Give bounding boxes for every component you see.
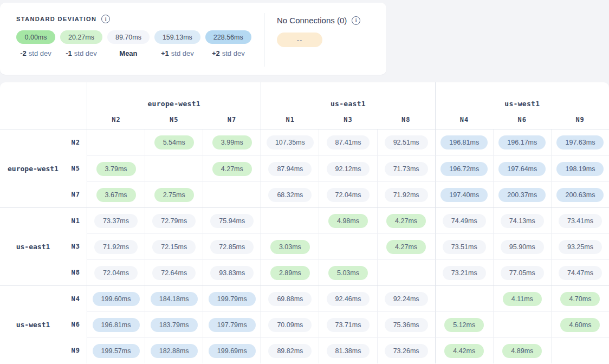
node-column-header-N6: N6 xyxy=(493,110,551,129)
latency-pill[interactable]: 92.46ms xyxy=(327,292,370,306)
latency-pill[interactable]: 3.99ms xyxy=(212,135,252,150)
latency-pill[interactable]: 75.36ms xyxy=(385,318,428,332)
latency-pill[interactable]: 73.37ms xyxy=(94,214,138,228)
latency-pill[interactable]: 5.12ms xyxy=(444,318,484,332)
latency-pill[interactable]: 87.41ms xyxy=(327,135,370,150)
legend-item: 159.13ms+1std dev xyxy=(154,30,200,57)
latency-pill[interactable]: 184.18ms xyxy=(151,292,198,306)
latency-pill[interactable]: 4.89ms xyxy=(502,344,542,358)
latency-pill[interactable]: 73.51ms xyxy=(443,240,486,254)
latency-pill[interactable]: 71.92ms xyxy=(94,240,138,254)
latency-pill[interactable]: 92.51ms xyxy=(385,135,428,150)
latency-pill[interactable]: 74.13ms xyxy=(501,214,544,228)
latency-pill[interactable]: 89.82ms xyxy=(268,344,312,358)
latency-cell: 75.36ms xyxy=(377,311,435,337)
row-label-cell: N4 xyxy=(0,286,87,311)
latency-pill[interactable]: 4.98ms xyxy=(328,214,368,228)
latency-cell: 199.69ms xyxy=(203,337,261,363)
latency-pill[interactable]: 72.04ms xyxy=(327,188,370,202)
row-node-label: N1 xyxy=(72,217,80,225)
latency-pill[interactable]: 4.27ms xyxy=(386,214,426,228)
matrix-row-N2: N25.54ms3.99ms107.35ms87.41ms92.51ms196.… xyxy=(0,129,609,155)
latency-pill[interactable]: 4.27ms xyxy=(386,240,426,254)
latency-cell: 200.63ms xyxy=(551,181,609,207)
latency-pill[interactable]: 198.19ms xyxy=(556,162,604,176)
latency-pill[interactable]: 4.11ms xyxy=(503,292,542,306)
legend-label-bold: +2 xyxy=(212,49,220,57)
region-column-header: us-east1 xyxy=(261,82,435,110)
latency-pill[interactable]: 4.42ms xyxy=(444,344,484,358)
latency-pill[interactable]: 74.49ms xyxy=(443,214,486,228)
legend-item: 228.56ms+2std dev xyxy=(205,30,251,57)
legend-label-bold: Mean xyxy=(119,49,137,57)
latency-pill[interactable]: 183.79ms xyxy=(151,318,198,332)
info-icon[interactable]: i xyxy=(352,16,360,25)
latency-pill[interactable]: 92.12ms xyxy=(327,162,370,176)
latency-pill[interactable]: 197.79ms xyxy=(209,318,256,332)
latency-pill[interactable]: 200.63ms xyxy=(556,188,604,202)
no-connections-section: No Connections (0) i -- xyxy=(277,16,360,47)
latency-pill[interactable]: 71.92ms xyxy=(385,188,428,202)
latency-cell: 4.27ms xyxy=(377,233,435,259)
latency-pill[interactable]: 5.03ms xyxy=(328,266,368,280)
latency-pill[interactable]: 81.38ms xyxy=(327,344,370,358)
latency-pill[interactable]: 4.27ms xyxy=(212,162,252,176)
matrix-row-N7: N73.67ms2.75ms68.32ms72.04ms71.92ms197.4… xyxy=(0,181,609,207)
latency-pill[interactable]: 69.88ms xyxy=(268,292,312,306)
latency-pill[interactable]: 197.64ms xyxy=(498,162,546,176)
latency-pill[interactable]: 93.25ms xyxy=(559,240,602,254)
latency-pill[interactable]: 196.81ms xyxy=(440,135,488,150)
latency-pill[interactable]: 4.60ms xyxy=(560,318,600,332)
latency-pill[interactable]: 73.41ms xyxy=(559,214,602,228)
latency-cell: 197.79ms xyxy=(203,311,261,337)
latency-pill[interactable]: 3.67ms xyxy=(96,188,136,202)
latency-pill[interactable]: 182.88ms xyxy=(151,344,198,358)
latency-cell: 196.72ms xyxy=(435,155,493,181)
latency-pill[interactable]: 199.60ms xyxy=(93,292,140,306)
latency-pill[interactable]: 2.75ms xyxy=(154,188,194,202)
latency-pill[interactable]: 196.17ms xyxy=(498,135,546,150)
latency-pill[interactable]: 196.72ms xyxy=(440,162,488,176)
latency-pill[interactable]: 107.35ms xyxy=(267,135,314,150)
legend-label: -2std dev xyxy=(20,49,51,57)
latency-pill[interactable]: 197.63ms xyxy=(556,135,604,150)
latency-pill[interactable]: 200.37ms xyxy=(498,188,546,202)
row-node-label: N8 xyxy=(72,269,80,276)
latency-pill[interactable]: 77.05ms xyxy=(501,266,544,280)
latency-pill[interactable]: 72.15ms xyxy=(152,240,196,254)
latency-pill[interactable]: 3.79ms xyxy=(96,162,136,176)
latency-pill[interactable]: 74.47ms xyxy=(559,266,602,280)
latency-pill[interactable]: 72.64ms xyxy=(152,266,196,280)
latency-pill[interactable]: 73.21ms xyxy=(443,266,486,280)
latency-pill[interactable]: 73.26ms xyxy=(385,344,428,358)
latency-pill[interactable]: 72.04ms xyxy=(94,266,138,280)
latency-pill[interactable]: 92.24ms xyxy=(385,292,428,306)
region-column-header: us-west1 xyxy=(436,82,609,110)
latency-pill[interactable]: 72.79ms xyxy=(152,214,196,228)
latency-cell: 73.37ms xyxy=(87,208,145,233)
latency-cell: 4.27ms xyxy=(203,155,261,181)
latency-cell: 4.70ms xyxy=(551,286,609,311)
node-column-header-N8: N8 xyxy=(377,110,435,129)
latency-cell: 73.26ms xyxy=(377,337,435,363)
latency-pill[interactable]: 87.94ms xyxy=(268,162,312,176)
latency-pill[interactable]: 3.03ms xyxy=(270,240,310,254)
latency-pill[interactable]: 197.40ms xyxy=(440,188,488,202)
latency-pill[interactable]: 199.69ms xyxy=(209,344,256,358)
latency-pill[interactable]: 70.09ms xyxy=(268,318,312,332)
latency-pill[interactable]: 73.71ms xyxy=(327,318,370,332)
latency-cell: 93.25ms xyxy=(551,233,609,259)
latency-pill[interactable]: 5.54ms xyxy=(154,135,194,150)
latency-pill[interactable]: 95.90ms xyxy=(501,240,544,254)
latency-pill[interactable]: 75.94ms xyxy=(210,214,254,228)
latency-pill[interactable]: 68.32ms xyxy=(268,188,312,202)
latency-pill[interactable]: 93.83ms xyxy=(210,266,254,280)
latency-pill[interactable]: 199.57ms xyxy=(93,344,140,358)
latency-pill[interactable]: 199.79ms xyxy=(209,292,256,306)
latency-pill[interactable]: 196.81ms xyxy=(93,318,140,332)
latency-pill[interactable]: 71.73ms xyxy=(385,162,428,176)
latency-pill[interactable]: 4.70ms xyxy=(560,292,600,306)
latency-pill[interactable]: 72.85ms xyxy=(210,240,254,254)
latency-pill[interactable]: 2.89ms xyxy=(270,266,310,280)
info-icon[interactable]: i xyxy=(101,15,110,23)
